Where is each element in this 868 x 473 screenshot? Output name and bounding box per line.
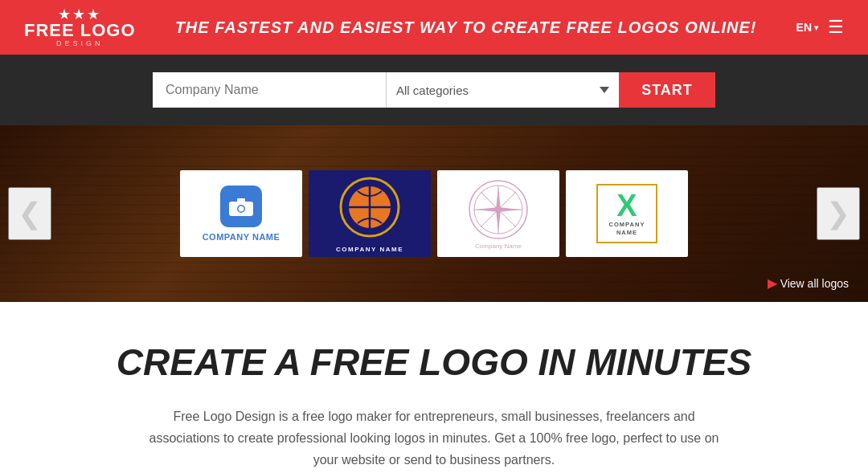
x-logo-box: X COMPANYNAME bbox=[596, 184, 658, 243]
company-name-input[interactable] bbox=[153, 72, 386, 108]
carousel-prev-button[interactable]: ❮ bbox=[8, 187, 51, 240]
logo-card-2[interactable]: COMPANY NAME bbox=[309, 170, 431, 257]
view-all-arrow-icon: ▶ bbox=[768, 275, 777, 291]
logo-card-2-inner: COMPANY NAME bbox=[309, 170, 431, 257]
hamburger-menu-icon[interactable]: ☰ bbox=[828, 17, 844, 38]
camera-icon bbox=[220, 186, 262, 227]
view-all-container: ▶ View all logos bbox=[768, 275, 849, 291]
logo-text-main: FREE LOGO bbox=[24, 22, 136, 39]
basketball-svg bbox=[338, 175, 402, 239]
view-all-link[interactable]: ▶ View all logos bbox=[768, 275, 849, 291]
chevron-down-icon: ▾ bbox=[814, 23, 818, 32]
search-section: All categories Technology Food Sports Fa… bbox=[0, 55, 868, 125]
header-right: EN ▾ ☰ bbox=[796, 17, 844, 38]
logo-card-1[interactable]: Company Name bbox=[180, 170, 302, 257]
header-tagline: The Fastest and Easiest Way to Create Fr… bbox=[136, 18, 796, 37]
logo-card-4[interactable]: X COMPANYNAME bbox=[566, 170, 688, 257]
language-selector[interactable]: EN ▾ bbox=[796, 21, 818, 34]
logo-card-3[interactable]: Company Name bbox=[437, 170, 559, 257]
basketball-container bbox=[338, 175, 402, 243]
view-all-label: View all logos bbox=[780, 277, 849, 290]
logo-cards: Company Name bbox=[180, 170, 688, 257]
card4-company-name: COMPANYNAME bbox=[609, 221, 645, 237]
card1-company-name: Company Name bbox=[203, 232, 280, 242]
content-description: Free Logo Design is a free logo maker fo… bbox=[145, 406, 723, 471]
header: ★★★ FREE LOGO DESIGN The Fastest and Eas… bbox=[0, 0, 868, 55]
category-select[interactable]: All categories Technology Food Sports Fa… bbox=[386, 72, 619, 108]
logo-card-1-inner: Company Name bbox=[203, 186, 280, 242]
x-letter: X bbox=[616, 190, 637, 221]
carousel-next-button[interactable]: ❯ bbox=[817, 187, 860, 240]
card3-company-name: Company Name bbox=[475, 243, 522, 250]
logo-card-4-inner: X COMPANYNAME bbox=[590, 170, 665, 257]
svg-rect-3 bbox=[237, 198, 245, 202]
hero-section: ❮ Company Name bbox=[0, 125, 868, 302]
svg-point-4 bbox=[248, 203, 251, 206]
svg-point-19 bbox=[495, 206, 502, 213]
logo-card-3-inner: Company Name bbox=[466, 170, 530, 257]
content-title: Create a Free Logo in Minutes bbox=[80, 342, 788, 383]
logo[interactable]: ★★★ FREE LOGO DESIGN bbox=[24, 7, 136, 47]
compass-svg bbox=[466, 177, 530, 242]
language-label: EN bbox=[796, 21, 812, 34]
start-button[interactable]: START bbox=[619, 72, 715, 108]
card2-company-name: COMPANY NAME bbox=[336, 246, 403, 253]
logo-text-sub: DESIGN bbox=[56, 39, 104, 47]
svg-point-2 bbox=[239, 206, 244, 212]
carousel-container: Company Name bbox=[0, 154, 868, 273]
content-section: Create a Free Logo in Minutes Free Logo … bbox=[0, 302, 868, 473]
